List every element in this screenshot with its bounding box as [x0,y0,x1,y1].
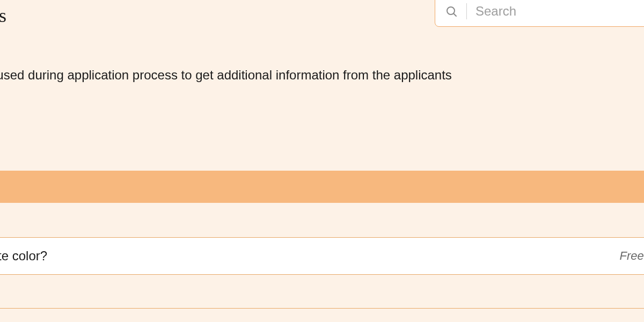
question-type-label: Free t [620,249,644,263]
search-divider [466,3,467,19]
page-header: ions [0,0,644,38]
question-row[interactable]: avorite color? Free t [0,237,644,275]
page-title: ions [0,4,6,27]
search-field[interactable] [435,0,644,27]
question-text: avorite color? [0,248,47,264]
search-input[interactable] [475,4,639,19]
svg-line-1 [453,13,456,16]
search-icon [445,5,458,18]
divider [0,308,644,309]
section-header-bar [0,171,644,203]
page-description: are used during application process to g… [0,38,452,83]
